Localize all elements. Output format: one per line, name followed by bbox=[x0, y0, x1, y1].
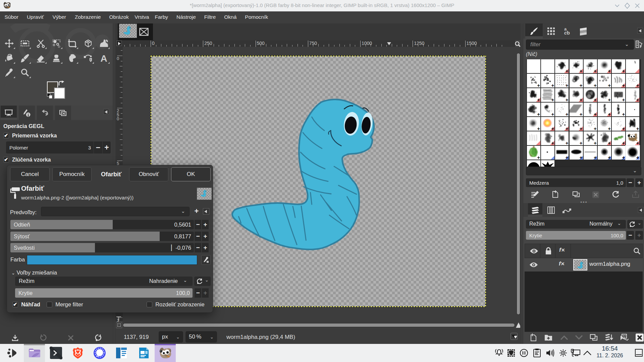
svg-text:A: A bbox=[100, 54, 107, 63]
